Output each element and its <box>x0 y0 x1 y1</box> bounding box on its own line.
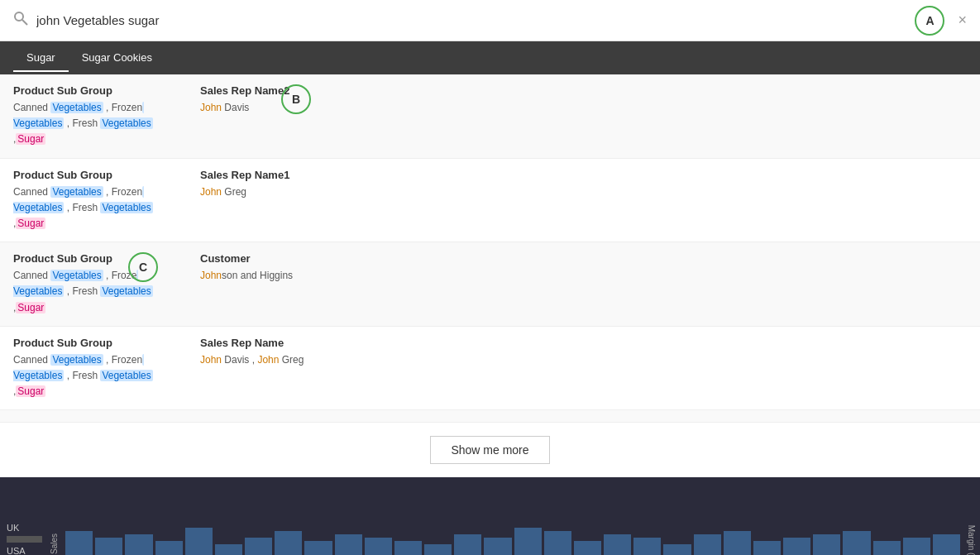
chart-bar-7 <box>275 531 302 555</box>
chart-bar-11 <box>394 541 422 555</box>
plain-text: Greg <box>279 354 304 366</box>
plain-text: Davis <box>222 102 249 113</box>
close-button[interactable]: × <box>958 12 967 29</box>
result-right-col-4: ManagerJohn Davis , John Greg <box>187 420 967 422</box>
left-header-4: Product Sub Group <box>13 420 187 422</box>
region-label-uk: UK <box>7 523 42 533</box>
result-left-col-2: Product Sub GroupCanned Vegetables , Fro… <box>13 252 187 316</box>
highlight-blue: Vegetables <box>50 186 103 198</box>
tab-bar: Sugar Sugar Cookies <box>0 41 980 74</box>
highlight-pink: Sugar <box>16 302 45 313</box>
chart-bar-29 <box>933 534 960 555</box>
right-header-4: Manager <box>200 420 967 422</box>
right-header-2: Customer <box>200 252 967 265</box>
chart-bar-4 <box>185 528 213 555</box>
chart-bar-17 <box>574 541 601 555</box>
circle-c-annotation: C <box>128 252 158 282</box>
result-left-col-3: Product Sub GroupCanned Vegetables , Fro… <box>13 337 187 400</box>
chart-bar-14 <box>484 538 511 555</box>
right-header-3: Sales Rep Name <box>200 337 967 349</box>
chart-bar-27 <box>873 541 901 555</box>
chart-bar-16 <box>544 531 571 555</box>
highlight-yellow: John <box>200 270 222 281</box>
chart-bar-6 <box>245 538 272 555</box>
chart-bar-2 <box>125 534 152 555</box>
highlight-blue: Vegetables <box>100 202 152 213</box>
chart-area: UK USA Sales 2012-Jan2012-Feb2012-Mar201… <box>0 477 980 555</box>
search-input[interactable] <box>36 13 906 27</box>
chart-bar-0 <box>65 531 93 555</box>
highlight-yellow: John <box>200 354 222 366</box>
highlight-blue: Vegetables <box>50 270 103 281</box>
plain-text: son and Higgins <box>222 270 293 281</box>
chart-inner: 2012-Jan2012-Feb2012-Mar2012-Apr2012-May… <box>62 477 963 555</box>
tab-sugar-cookies[interactable]: Sugar Cookies <box>69 45 165 72</box>
results-area: Product Sub GroupCanned Vegetables , Fro… <box>0 74 980 422</box>
circle-a-annotation: A <box>915 6 944 36</box>
highlight-blue: Vegetables <box>100 370 152 381</box>
left-values-2: Canned Vegetables , Froze Vegetables , F… <box>13 268 187 316</box>
left-values-0: Canned Vegetables , Frozen Vegetables , … <box>13 100 187 148</box>
right-header-0: Sales Rep Name2 <box>200 84 967 97</box>
svg-point-0 <box>15 12 23 21</box>
result-right-col-3: Sales Rep NameJohn Davis , John Greg <box>187 337 967 400</box>
sales-axis-label: Sales <box>45 477 62 555</box>
chart-bar-23 <box>753 541 781 555</box>
region-bar-uk <box>7 536 42 543</box>
tab-sugar[interactable]: Sugar <box>13 45 69 72</box>
left-values-3: Canned Vegetables , Frozen Vegetables , … <box>13 352 187 400</box>
result-right-col-2: CustomerJohnson and Higgins <box>187 252 967 316</box>
plain-text: , Frozen <box>103 186 142 198</box>
chart-left-labels: UK USA <box>0 477 45 555</box>
highlight-pink: Sugar <box>16 133 45 145</box>
result-row-0[interactable]: Product Sub GroupCanned Vegetables , Fro… <box>0 74 980 159</box>
plain-text: , Frozen <box>103 354 142 366</box>
plain-text: Canned <box>13 102 50 113</box>
highlight-yellow: John <box>200 186 222 198</box>
result-row-1[interactable]: Product Sub GroupCanned Vegetables , Fro… <box>0 159 980 243</box>
chart-bar-22 <box>724 531 751 555</box>
chart-bar-9 <box>335 534 362 555</box>
plain-text: , Frozen <box>103 102 142 113</box>
plain-text: Canned <box>13 270 50 281</box>
plain-text: , Fresh <box>64 370 100 381</box>
chart-bar-28 <box>903 538 930 555</box>
result-left-col-4: Product Sub GroupCanned Vegetables , Fro… <box>13 420 187 422</box>
plain-text: Canned <box>13 354 50 366</box>
plain-text: Canned <box>13 186 50 198</box>
chart-bar-5 <box>215 544 242 555</box>
plain-text: Greg <box>222 186 246 198</box>
chart-bar-19 <box>633 538 661 555</box>
region-label-usa: USA <box>7 546 42 556</box>
chart-bar-15 <box>514 528 542 555</box>
show-more-wrap: Show me more <box>0 422 980 477</box>
chart-bar-25 <box>813 534 840 555</box>
chart-bar-21 <box>694 534 721 555</box>
show-more-button[interactable]: Show me more <box>430 436 549 464</box>
chart-bar-3 <box>155 541 183 555</box>
search-icon <box>13 11 28 30</box>
left-header-1: Product Sub Group <box>13 169 187 181</box>
chart-bar-24 <box>783 538 810 555</box>
highlight-pink: Sugar <box>16 218 45 229</box>
chart-bar-12 <box>424 544 452 555</box>
highlight-blue: Vegetables <box>100 117 152 129</box>
highlight-pink: Sugar <box>16 385 45 397</box>
result-row-4[interactable]: Product Sub GroupCanned Vegetables , Fro… <box>0 410 980 422</box>
chart-bar-8 <box>304 541 332 555</box>
highlight-yellow: John <box>257 354 279 366</box>
plain-text: , Fresh <box>64 285 100 297</box>
left-values-1: Canned Vegetables , Frozen Vegetables , … <box>13 184 187 232</box>
right-values-1: John Greg <box>200 184 967 200</box>
chart-bars <box>62 481 963 555</box>
result-row-3[interactable]: Product Sub GroupCanned Vegetables , Fro… <box>0 327 980 411</box>
left-header-2: Product Sub Group <box>13 252 187 265</box>
result-left-col-1: Product Sub GroupCanned Vegetables , Fro… <box>13 169 187 232</box>
chart-bar-10 <box>365 538 392 555</box>
right-values-0: John Davis <box>200 100 967 116</box>
chart-bar-18 <box>604 534 631 555</box>
highlight-yellow: John <box>200 102 222 113</box>
circle-b-annotation: B <box>281 84 311 114</box>
result-row-2[interactable]: Product Sub GroupCanned Vegetables , Fro… <box>0 242 980 327</box>
chart-bar-13 <box>454 534 481 555</box>
